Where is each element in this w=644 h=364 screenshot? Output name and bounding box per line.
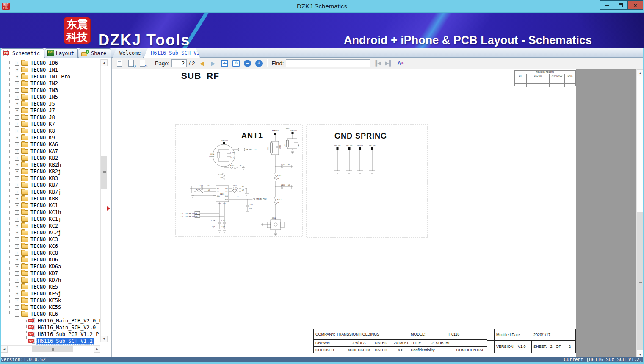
sidebar-vertical-scrollbar[interactable]: ▲ ▼: [100, 59, 107, 342]
scroll-down-icon[interactable]: ▼: [101, 336, 108, 342]
expand-toggle-icon[interactable]: +: [15, 264, 19, 269]
scroll-up-icon[interactable]: ▲: [101, 59, 108, 66]
expand-toggle-icon[interactable]: +: [15, 122, 19, 127]
tree-item[interactable]: + TECNO KE5: [1, 283, 100, 290]
expand-toggle-icon[interactable]: +: [15, 285, 19, 289]
sidebar-hscroll-thumb[interactable]: [32, 346, 73, 352]
tree-item[interactable]: + TECNO IN3: [1, 87, 100, 94]
expand-toggle-icon[interactable]: +: [15, 258, 19, 262]
tree-item[interactable]: + TECNO KB7j: [1, 189, 100, 195]
page-number-input[interactable]: [171, 59, 187, 67]
scroll-down-icon[interactable]: ▼: [637, 351, 643, 357]
sidebar-scroll-thumb[interactable]: [101, 156, 107, 189]
expand-toggle-icon[interactable]: +: [15, 224, 19, 228]
expand-toggle-icon[interactable]: +: [15, 210, 19, 215]
find-next-icon[interactable]: ▶▌: [384, 59, 393, 68]
tree-item[interactable]: PDF H6116_Main_SCH_V2.0: [1, 324, 100, 331]
close-tab-icon[interactable]: ×: [208, 50, 211, 56]
tree-item[interactable]: + TECNO KB2h: [1, 161, 100, 168]
rotate-right-icon[interactable]: ↻: [138, 59, 147, 68]
tree-item[interactable]: + TECNO K7: [1, 121, 100, 128]
fit-page-button[interactable]: ⟐: [231, 59, 240, 68]
tree-item[interactable]: + TECNO KC6: [1, 243, 100, 250]
tree-item[interactable]: + TECNO KB7: [1, 182, 100, 189]
tree-item[interactable]: + TECNO KB8: [1, 195, 100, 202]
pdf-scroll-thumb[interactable]: [637, 212, 643, 350]
expand-toggle-icon[interactable]: +: [15, 88, 19, 93]
expand-toggle-icon[interactable]: +: [15, 251, 19, 256]
tree-item[interactable]: + TECNO J8: [1, 114, 100, 121]
expand-toggle-icon[interactable]: +: [15, 142, 19, 147]
splitter-collapse-icon[interactable]: [107, 206, 110, 211]
tab-layout[interactable]: PADS Layout: [45, 48, 78, 58]
expand-toggle-icon[interactable]: +: [15, 305, 19, 310]
tree-item[interactable]: + TECNO KC2: [1, 222, 100, 229]
expand-toggle-icon[interactable]: +: [15, 169, 19, 174]
tree-item[interactable]: + TECNO KC1j: [1, 216, 100, 222]
previous-page-button[interactable]: ◀: [197, 59, 206, 68]
tree-item[interactable]: + TECNO KC3: [1, 236, 100, 243]
tree-item[interactable]: + TECNO IN1: [1, 67, 100, 73]
scroll-left-icon[interactable]: ◀: [1, 346, 8, 353]
tree-item[interactable]: + TECNO KD6a: [1, 263, 100, 270]
tree-item[interactable]: + TECNO KC1h: [1, 209, 100, 216]
expand-toggle-icon[interactable]: +: [15, 68, 19, 72]
tree-item[interactable]: + TECNO KC1: [1, 202, 100, 209]
expand-toggle-icon[interactable]: +: [15, 190, 19, 195]
zoom-out-button[interactable]: −: [243, 59, 252, 68]
tree-item[interactable]: + TECNO KD7h: [1, 277, 100, 283]
doc-tab-current[interactable]: H6116_Sub_SCH_V1.2 ×: [144, 48, 200, 58]
minimize-button[interactable]: [600, 0, 614, 10]
scroll-right-icon[interactable]: ▶: [94, 346, 100, 353]
fit-width-button[interactable]: ◂▸: [220, 59, 229, 68]
tree-item[interactable]: + TECNO ID6: [1, 60, 100, 67]
expand-toggle-icon[interactable]: +: [15, 61, 19, 66]
sidebar-horizontal-scrollbar[interactable]: ◀ ▶: [1, 345, 100, 352]
tree-item[interactable]: + TECNO K9: [1, 134, 100, 141]
tree-item[interactable]: + TECNO J7: [1, 107, 100, 114]
expand-toggle-icon[interactable]: +: [15, 197, 19, 201]
expand-toggle-icon[interactable]: +: [15, 231, 19, 235]
close-button[interactable]: x: [627, 0, 643, 10]
tab-share[interactable]: + Share: [79, 48, 111, 58]
tab-schematic[interactable]: PDF Schematic: [1, 48, 44, 58]
expand-toggle-icon[interactable]: +: [15, 95, 19, 100]
tree-item[interactable]: + TECNO KB2j: [1, 168, 100, 175]
expand-toggle-icon[interactable]: +: [15, 271, 19, 276]
tree-item[interactable]: + TECNO KB2: [1, 155, 100, 161]
tree-item[interactable]: + TECNO K8: [1, 128, 100, 134]
expand-toggle-icon[interactable]: +: [15, 183, 19, 188]
tree-item[interactable]: - TECNO KE6: [1, 311, 100, 317]
scroll-up-icon[interactable]: ▲: [637, 69, 643, 76]
expand-toggle-icon[interactable]: +: [15, 292, 19, 296]
find-input[interactable]: [286, 59, 370, 67]
tree-item[interactable]: + TECNO IN1 Pro: [1, 73, 100, 80]
expand-toggle-icon[interactable]: +: [15, 115, 19, 120]
pages-icon[interactable]: [115, 59, 124, 68]
tree-item[interactable]: PDF H6116_Main_PCB_V2.0_Place: [1, 317, 100, 324]
pdf-vertical-scrollbar[interactable]: ▲ ▼: [636, 69, 643, 357]
expand-toggle-icon[interactable]: +: [15, 237, 19, 242]
expand-toggle-icon[interactable]: -: [15, 312, 19, 317]
tree-item[interactable]: + TECNO IN2: [1, 80, 100, 87]
expand-toggle-icon[interactable]: +: [15, 75, 19, 79]
expand-toggle-icon[interactable]: +: [15, 129, 19, 133]
maximize-button[interactable]: [614, 0, 628, 10]
expand-toggle-icon[interactable]: +: [15, 278, 19, 283]
tree-item[interactable]: PDF H6116_Sub_PCB_V1.2_Placem: [1, 331, 100, 338]
tree-item[interactable]: + TECNO KC8: [1, 250, 100, 256]
expand-toggle-icon[interactable]: +: [15, 156, 19, 161]
tree-item[interactable]: + TECNO KC2j: [1, 229, 100, 236]
expand-toggle-icon[interactable]: +: [15, 298, 19, 303]
expand-toggle-icon[interactable]: +: [15, 102, 19, 106]
tree-item[interactable]: + TECNO KB3: [1, 175, 100, 182]
expand-toggle-icon[interactable]: +: [15, 244, 19, 249]
next-page-button[interactable]: ▶: [208, 59, 218, 68]
expand-toggle-icon[interactable]: +: [15, 149, 19, 154]
tree-item[interactable]: + TECNO KE5k: [1, 297, 100, 304]
match-case-icon[interactable]: Aa: [395, 59, 405, 68]
find-previous-icon[interactable]: ▐◀: [373, 59, 382, 68]
rotate-left-icon[interactable]: ↺: [126, 59, 135, 68]
tree-item[interactable]: + TECNO KE5j: [1, 290, 100, 297]
expand-toggle-icon[interactable]: +: [15, 203, 19, 208]
